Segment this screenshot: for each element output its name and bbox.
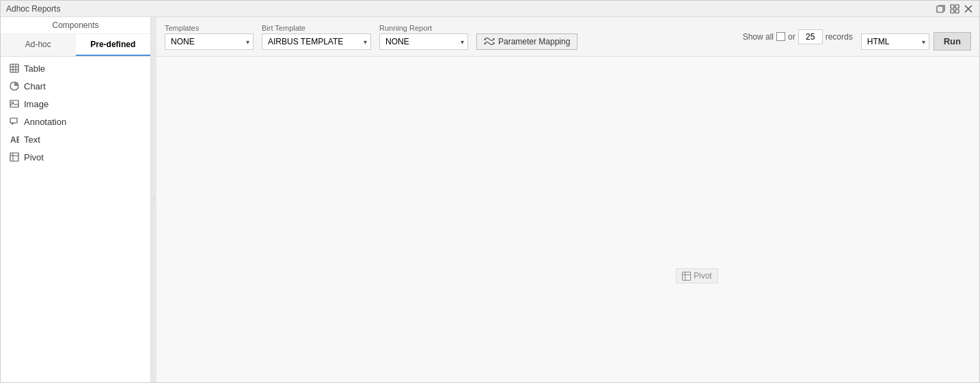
sidebar-item-image-label: Image	[24, 99, 49, 109]
templates-select-wrapper[interactable]: NONE	[165, 33, 254, 50]
sidebar-items-list: Table Chart	[1, 57, 150, 169]
sidebar-item-table[interactable]: Table	[1, 59, 150, 77]
show-all-label: Show all	[743, 32, 774, 42]
svg-rect-3	[951, 10, 954, 13]
chart-icon	[9, 81, 20, 91]
run-group: HTML PDF EXCEL WORD Run	[861, 23, 971, 51]
param-mapping-wrapper: Parameter Mapping	[476, 24, 577, 50]
running-report-select[interactable]: NONE	[379, 33, 468, 50]
pivot-placeholder: Pivot	[676, 268, 718, 283]
param-mapping-icon	[484, 37, 495, 46]
sidebar-tabs: Ad-hoc Pre-defined	[1, 34, 150, 57]
sidebar-item-pivot[interactable]: Pivot	[1, 148, 150, 166]
param-mapping-label: Parameter Mapping	[498, 37, 570, 46]
title-bar-icons	[936, 3, 974, 14]
running-report-select-wrapper[interactable]: NONE	[379, 33, 468, 50]
show-all-checkbox[interactable]	[776, 32, 785, 41]
svg-rect-1	[951, 5, 954, 8]
format-select[interactable]: HTML PDF EXCEL WORD	[861, 33, 929, 50]
svg-rect-5	[10, 64, 18, 72]
svg-rect-11	[10, 100, 18, 107]
close-icon[interactable]	[963, 3, 974, 14]
svg-text:AB: AB	[10, 135, 19, 144]
svg-rect-4	[955, 10, 959, 13]
param-mapping-button[interactable]: Parameter Mapping	[476, 33, 577, 50]
resize-handle[interactable]: ⋮	[151, 17, 156, 382]
annotation-icon	[9, 116, 20, 127]
restore-icon[interactable]	[936, 3, 947, 14]
running-report-label: Running Report	[379, 24, 468, 32]
birt-template-group: Birt Template AIRBUS TEMPLATE	[262, 24, 371, 50]
format-select-wrapper[interactable]: HTML PDF EXCEL WORD	[861, 33, 929, 50]
tab-adhoc[interactable]: Ad-hoc	[1, 34, 76, 56]
table-icon	[9, 63, 20, 74]
records-input[interactable]	[798, 29, 823, 44]
sidebar-item-chart[interactable]: Chart	[1, 77, 150, 95]
toolbar: Templates NONE Birt Template AIRBUS TEMP…	[156, 17, 979, 57]
sidebar-item-chart-label: Chart	[24, 81, 46, 91]
templates-group: Templates NONE	[165, 24, 254, 50]
content-area: Templates NONE Birt Template AIRBUS TEMP…	[156, 17, 979, 382]
or-label: or	[788, 32, 795, 42]
svg-rect-2	[955, 5, 959, 8]
running-report-group: Running Report NONE	[379, 24, 468, 50]
pivot-canvas-label: Pivot	[694, 271, 712, 281]
title-bar: Adhoc Reports	[1, 1, 979, 17]
run-button[interactable]: Run	[934, 32, 971, 51]
sidebar-item-text[interactable]: AB Text	[1, 130, 150, 148]
birt-template-select-wrapper[interactable]: AIRBUS TEMPLATE	[262, 33, 371, 50]
text-icon: AB	[9, 134, 20, 145]
grid-icon[interactable]	[949, 3, 960, 14]
birt-template-select[interactable]: AIRBUS TEMPLATE	[262, 33, 371, 50]
birt-template-label: Birt Template	[262, 24, 371, 32]
main-window: Adhoc Reports	[0, 0, 980, 383]
sidebar-item-pivot-label: Pivot	[24, 152, 44, 162]
sidebar-item-table-label: Table	[24, 63, 45, 74]
tab-predefined[interactable]: Pre-defined	[76, 34, 151, 56]
show-all-group: Show all or records	[743, 29, 853, 44]
templates-select[interactable]: NONE	[165, 33, 254, 50]
main-area: Components Ad-hoc Pre-defined	[1, 17, 979, 382]
canvas-area: Pivot	[156, 57, 979, 382]
pivot-icon	[9, 152, 20, 162]
image-icon	[9, 98, 20, 109]
sidebar: Components Ad-hoc Pre-defined	[1, 17, 151, 382]
svg-rect-0	[937, 6, 943, 12]
templates-label: Templates	[165, 24, 254, 32]
sidebar-item-annotation-label: Annotation	[24, 117, 66, 127]
svg-rect-13	[10, 118, 17, 123]
sidebar-item-annotation[interactable]: Annotation	[1, 113, 150, 130]
svg-rect-18	[683, 272, 691, 280]
window-title: Adhoc Reports	[6, 4, 60, 14]
records-label: records	[826, 32, 853, 42]
sidebar-item-image[interactable]: Image	[1, 95, 150, 113]
sidebar-item-text-label: Text	[24, 134, 40, 145]
svg-rect-15	[10, 153, 18, 161]
pivot-canvas-icon	[682, 272, 691, 281]
components-header: Components	[1, 17, 150, 34]
